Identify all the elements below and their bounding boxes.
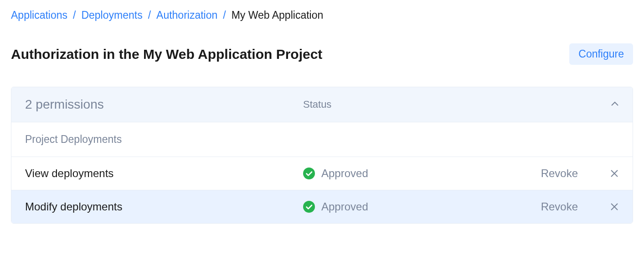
permission-name: Modify deployments (25, 200, 303, 213)
breadcrumb-separator: / (223, 9, 226, 21)
permissions-count: 2 permissions (25, 97, 303, 112)
breadcrumb-current: My Web Application (232, 9, 324, 21)
breadcrumb-link-deployments[interactable]: Deployments (81, 9, 142, 21)
status-column-header: Status (303, 99, 611, 110)
breadcrumb-separator: / (148, 9, 151, 21)
close-icon[interactable] (610, 169, 619, 178)
revoke-button[interactable]: Revoke (541, 200, 578, 213)
page-header: Authorization in the My Web Application … (11, 43, 633, 65)
permission-name: View deployments (25, 167, 303, 180)
breadcrumb-separator: / (73, 9, 76, 21)
breadcrumb-link-authorization[interactable]: Authorization (156, 9, 217, 21)
revoke-button[interactable]: Revoke (541, 167, 578, 180)
check-circle-icon (303, 168, 315, 179)
permissions-table: 2 permissions Status Project Deployments… (11, 87, 633, 224)
status-label: Approved (321, 167, 368, 180)
page-title: Authorization in the My Web Application … (11, 47, 322, 62)
breadcrumb-link-applications[interactable]: Applications (11, 9, 67, 21)
configure-button[interactable]: Configure (569, 43, 633, 65)
table-row: Modify deployments Approved Revoke (11, 190, 633, 223)
permission-status: Approved (303, 200, 541, 213)
svg-point-1 (303, 201, 315, 213)
permission-status: Approved (303, 167, 541, 180)
permission-group-header: Project Deployments (11, 122, 633, 157)
svg-point-0 (303, 168, 315, 179)
check-circle-icon (303, 201, 315, 213)
chevron-up-icon[interactable] (611, 100, 619, 109)
table-row: View deployments Approved Revoke (11, 157, 633, 190)
breadcrumb: Applications / Deployments / Authorizati… (11, 9, 633, 21)
table-header-row: 2 permissions Status (11, 87, 633, 122)
close-icon[interactable] (610, 202, 619, 211)
status-label: Approved (321, 200, 368, 213)
